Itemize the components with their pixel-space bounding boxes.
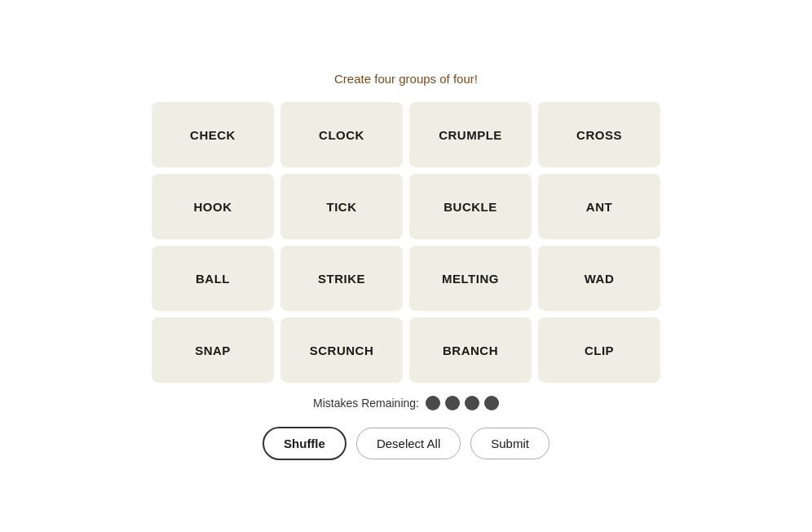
tile-buckle[interactable]: BUCKLE (409, 174, 532, 239)
tile-hook[interactable]: HOOK (152, 174, 274, 239)
tile-wad[interactable]: WAD (538, 246, 660, 311)
tile-ball[interactable]: BALL (152, 246, 274, 311)
mistake-dot-2 (445, 396, 460, 410)
tile-grid: CHECKCLOCKCRUMPLECROSSHOOKTICKBUCKLEANTB… (152, 102, 660, 383)
tile-strike[interactable]: STRIKE (280, 246, 403, 311)
deselect-button[interactable]: Deselect All (356, 428, 461, 459)
mistakes-dots (426, 396, 499, 410)
submit-button[interactable]: Submit (470, 428, 549, 459)
mistake-dot-3 (465, 396, 479, 410)
tile-clock[interactable]: CLOCK (280, 102, 403, 167)
tile-clip[interactable]: CLIP (538, 317, 660, 383)
tile-scrunch[interactable]: SCRUNCH (280, 317, 403, 383)
buttons-row: Shuffle Deselect All Submit (263, 427, 549, 460)
tile-tick[interactable]: TICK (280, 174, 403, 239)
mistakes-label: Mistakes Remaining: (313, 397, 419, 410)
mistakes-row: Mistakes Remaining: (313, 396, 499, 410)
tile-branch[interactable]: BRANCH (409, 317, 532, 383)
tile-melting[interactable]: MELTING (409, 246, 532, 311)
tile-cross[interactable]: CROSS (538, 102, 660, 167)
tile-crumple[interactable]: CRUMPLE (409, 102, 532, 167)
mistake-dot-1 (426, 396, 440, 410)
game-container: Create four groups of four! CHECKCLOCKCR… (129, 72, 683, 460)
subtitle: Create four groups of four! (334, 72, 478, 86)
mistake-dot-4 (484, 396, 499, 410)
shuffle-button[interactable]: Shuffle (263, 427, 346, 460)
tile-snap[interactable]: SNAP (152, 317, 274, 383)
tile-ant[interactable]: ANT (538, 174, 660, 239)
tile-check[interactable]: CHECK (152, 102, 274, 167)
